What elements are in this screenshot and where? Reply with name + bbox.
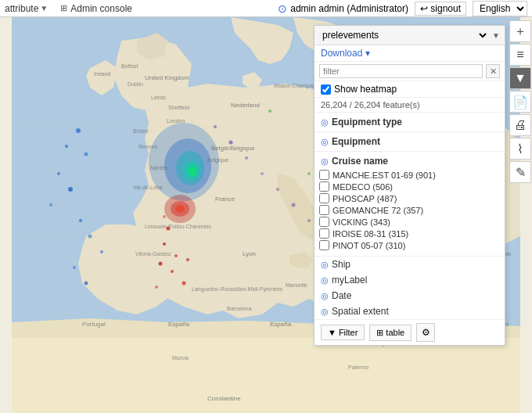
spatial-extent-item[interactable]: ◎ Spatial extent bbox=[315, 303, 505, 319]
svg-point-26 bbox=[182, 282, 186, 286]
filter-button[interactable]: ▼ Filter bbox=[321, 325, 365, 340]
svg-text:België/Belgique: België/Belgique bbox=[211, 145, 255, 152]
attribute-arrow: ▼ bbox=[40, 4, 48, 13]
ship-item[interactable]: ◎ Ship bbox=[315, 257, 505, 272]
grid-icon: ⊞ bbox=[60, 3, 67, 13]
right-toolbar: ＋ ≡ ▼ 📄 🖨 ⌇ ✎ bbox=[509, 17, 532, 183]
svg-point-10 bbox=[65, 145, 68, 148]
date-item[interactable]: ◎ Date bbox=[315, 288, 505, 303]
filter-button[interactable]: ▼ bbox=[509, 67, 531, 89]
svg-point-43 bbox=[245, 156, 248, 160]
svg-point-45 bbox=[276, 188, 279, 191]
mylabel-icon: ◎ bbox=[321, 275, 329, 286]
attribute-menu[interactable]: attribute ▼ bbox=[5, 3, 48, 14]
cruise-checkbox-5[interactable] bbox=[319, 228, 329, 239]
draw-button[interactable]: ✎ bbox=[509, 161, 531, 183]
svg-point-9 bbox=[76, 128, 81, 133]
signout-icon: ↩ bbox=[420, 3, 428, 14]
cruise-section: ◎ Cruise name MANCHE.EST 01-69 (901) MED… bbox=[315, 152, 505, 257]
svg-point-47 bbox=[307, 219, 311, 222]
svg-point-21 bbox=[163, 242, 166, 246]
equipment-label: Equipment bbox=[332, 136, 380, 147]
cruise-checkbox-3[interactable] bbox=[319, 205, 329, 215]
user-info: ⊙ admin admin (Administrator) bbox=[278, 2, 408, 15]
equipment-section: ◎ Equipment bbox=[315, 132, 505, 152]
equipment-header[interactable]: ◎ Equipment bbox=[315, 134, 505, 149]
heatmap-checkbox[interactable] bbox=[321, 84, 331, 95]
equipment-type-header[interactable]: ◎ Equipment type bbox=[315, 114, 505, 130]
svg-text:Nantes: Nantes bbox=[150, 165, 168, 171]
svg-text:France: France bbox=[215, 196, 235, 203]
equipment-icon: ◎ bbox=[321, 137, 329, 147]
svg-point-17 bbox=[100, 250, 103, 253]
language-select[interactable]: English bbox=[473, 1, 527, 16]
ship-icon: ◎ bbox=[321, 260, 329, 270]
svg-text:Belgique: Belgique bbox=[207, 157, 228, 163]
list-item: MANCHE.EST 01-69 (901) bbox=[319, 169, 500, 181]
svg-text:Sheffield: Sheffield bbox=[168, 105, 189, 110]
dataset-select[interactable]: prelevements bbox=[319, 29, 489, 41]
svg-point-29 bbox=[268, 110, 271, 113]
cruise-checkbox-0[interactable] bbox=[319, 170, 329, 180]
svg-text:España: España bbox=[168, 321, 190, 328]
cruise-header[interactable]: ◎ Cruise name bbox=[315, 153, 505, 169]
mylabel-item[interactable]: ◎ myLabel bbox=[315, 272, 505, 288]
list-item: VICKING (343) bbox=[319, 216, 500, 228]
panel-header: prelevements ▼ bbox=[315, 26, 505, 45]
filter-row: ✕ bbox=[315, 62, 505, 81]
download-section: Download ▾ bbox=[315, 45, 505, 62]
svg-text:United Kingdom: United Kingdom bbox=[145, 74, 189, 81]
svg-text:España: España bbox=[270, 321, 292, 328]
heatmap-row: Show heatmap bbox=[315, 81, 505, 98]
cruise-checkbox-4[interactable] bbox=[319, 217, 329, 227]
svg-text:Rennes: Rennes bbox=[138, 144, 158, 149]
signout-button[interactable]: ↩ signout bbox=[415, 2, 466, 16]
svg-point-18 bbox=[73, 266, 76, 269]
cruise-checkbox-6[interactable] bbox=[319, 240, 329, 250]
filter-clear-button[interactable]: ✕ bbox=[486, 64, 500, 78]
date-icon: ◎ bbox=[321, 291, 329, 301]
layers-button[interactable]: ≡ bbox=[509, 44, 531, 66]
admin-console-link[interactable]: ⊞ Admin console bbox=[60, 3, 132, 14]
ruler-button[interactable]: ⌇ bbox=[509, 138, 531, 160]
svg-text:Dublin: Dublin bbox=[128, 81, 143, 87]
filter-input[interactable] bbox=[319, 64, 483, 78]
print-button[interactable]: 🖨 bbox=[509, 114, 531, 136]
svg-point-42 bbox=[229, 141, 233, 145]
svg-text:Vitoria-Gasteiz: Vitoria-Gasteiz bbox=[135, 251, 171, 257]
settings-icon: ⚙ bbox=[422, 327, 430, 338]
panel-footer: ▼ Filter ⊞ table ⚙ bbox=[315, 319, 505, 345]
filter-icon: ▼ bbox=[328, 328, 336, 337]
cruise-label: Cruise name bbox=[332, 156, 388, 167]
list-item: PINOT 05-07 (310) bbox=[319, 239, 500, 251]
zoom-plus-button[interactable]: ＋ bbox=[509, 20, 531, 42]
svg-point-44 bbox=[261, 172, 264, 175]
list-item: IROISE 08-31 (315) bbox=[319, 228, 500, 239]
svg-text:Marseille: Marseille bbox=[286, 282, 307, 288]
table-button[interactable]: ⊞ table bbox=[369, 325, 412, 341]
cruise-checkbox-1[interactable] bbox=[319, 181, 329, 192]
svg-point-32 bbox=[307, 172, 311, 175]
svg-point-19 bbox=[84, 282, 88, 286]
cruise-icon: ◎ bbox=[321, 156, 329, 167]
equipment-type-section: ◎ Equipment type bbox=[315, 113, 505, 132]
svg-point-15 bbox=[79, 219, 82, 222]
svg-point-12 bbox=[57, 172, 60, 175]
svg-text:Lyon: Lyon bbox=[243, 250, 256, 257]
svg-text:Portugal: Portugal bbox=[82, 321, 106, 328]
svg-point-28 bbox=[163, 215, 166, 218]
svg-text:Murcia: Murcia bbox=[172, 355, 189, 361]
dataset-arrow: ▼ bbox=[492, 31, 500, 40]
svg-text:Palermo: Palermo bbox=[348, 365, 368, 370]
panel: prelevements ▼ Download ▾ ✕ Show heatmap… bbox=[314, 25, 505, 346]
table-icon: ⊞ bbox=[376, 328, 383, 338]
cruise-checkbox-2[interactable] bbox=[319, 193, 329, 203]
spatial-icon: ◎ bbox=[321, 307, 329, 317]
download-link[interactable]: Download ▾ bbox=[321, 48, 370, 59]
info-button[interactable]: 📄 bbox=[509, 91, 531, 113]
svg-text:Bristol: Bristol bbox=[133, 128, 149, 134]
svg-text:Nederland: Nederland bbox=[231, 102, 260, 109]
svg-point-5 bbox=[189, 167, 196, 176]
settings-button[interactable]: ⚙ bbox=[416, 323, 435, 342]
svg-point-27 bbox=[186, 258, 189, 261]
